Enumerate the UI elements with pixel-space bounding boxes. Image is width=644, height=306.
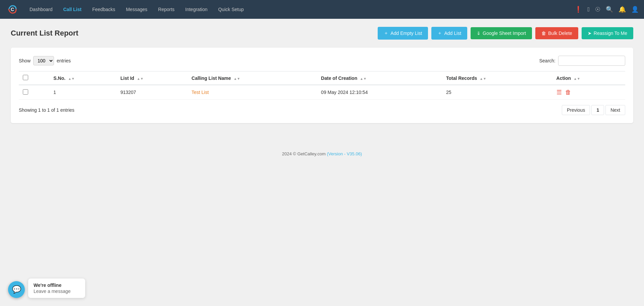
table-footer: Showing 1 to 1 of 1 entries Previous 1 N… <box>19 105 625 115</box>
pagination: Previous 1 Next <box>562 105 625 115</box>
table-row: 1 913207 Test List 09 May 2024 12:10:54 … <box>19 85 625 100</box>
th-sno[interactable]: S.No. ▲▼ <box>49 71 116 85</box>
show-entries: Show 100 10 25 50 entries <box>19 56 71 65</box>
sort-icon-totalrecords: ▲▼ <box>480 77 486 81</box>
th-callinglistname[interactable]: Calling List Name ▲▼ <box>187 71 317 85</box>
action-icons: ☰ 🗑 <box>556 89 621 96</box>
main-content: Current List Report ＋ Add Empty List ＋ A… <box>0 19 644 131</box>
android-icon[interactable]: ❗ <box>575 6 582 13</box>
footer-text: 2024 © GetCalley.com <box>282 151 326 156</box>
version-link[interactable]: (Version - V35.06) <box>327 151 362 156</box>
search-label: Search: <box>539 58 555 63</box>
sort-icon-sno: ▲▼ <box>68 77 75 81</box>
search-icon[interactable]: 🔍 <box>606 6 613 13</box>
list-detail-icon[interactable]: ☰ <box>556 89 562 96</box>
nav-item-reports[interactable]: Reports <box>153 4 179 15</box>
table-wrapper: S.No. ▲▼ List Id ▲▼ Calling List Name ▲▼ <box>19 71 625 100</box>
table-header-row: S.No. ▲▼ List Id ▲▼ Calling List Name ▲▼ <box>19 71 625 85</box>
nav-item-integration[interactable]: Integration <box>180 4 212 15</box>
search-input[interactable] <box>558 56 625 66</box>
sort-icon-callinglistname: ▲▼ <box>233 77 240 81</box>
nav-links: Dashboard Call List Feedbacks Messages R… <box>25 4 572 15</box>
previous-button[interactable]: Previous <box>562 105 590 115</box>
sort-icon-listid: ▲▼ <box>137 77 144 81</box>
nav-item-messages[interactable]: Messages <box>121 4 152 15</box>
page-title: Current List Report <box>11 29 78 38</box>
send-icon: ➤ <box>588 31 592 36</box>
bulk-delete-button[interactable]: 🗑 Bulk Delete <box>535 27 578 39</box>
help-icon[interactable]: ☉ <box>595 6 600 13</box>
action-buttons: ＋ Add Empty List ＋ Add List ⇓ Google She… <box>378 27 633 40</box>
nav-item-quicksetup[interactable]: Quick Setup <box>213 4 248 15</box>
td-listid: 913207 <box>116 85 187 100</box>
td-dateofcreation: 09 May 2024 12:10:54 <box>317 85 442 100</box>
footer: 2024 © GetCalley.com (Version - V35.06) <box>0 145 644 163</box>
download-icon: ⇓ <box>477 31 481 36</box>
logo[interactable]: C <box>5 2 19 16</box>
add-empty-list-button[interactable]: ＋ Add Empty List <box>378 27 428 40</box>
entries-label: entries <box>57 58 71 63</box>
td-callinglistname[interactable]: Test List <box>187 85 317 100</box>
td-action: ☰ 🗑 <box>552 85 625 100</box>
apple-icon[interactable]:  <box>587 6 590 13</box>
th-listid[interactable]: List Id ▲▼ <box>116 71 187 85</box>
select-all-checkbox[interactable] <box>23 75 28 80</box>
td-sno: 1 <box>49 85 116 100</box>
search-box: Search: <box>539 56 625 66</box>
add-list-button[interactable]: ＋ Add List <box>431 27 467 40</box>
reassign-to-me-button[interactable]: ➤ Reassign To Me <box>582 27 633 39</box>
showing-text: Showing 1 to 1 of 1 entries <box>19 107 74 113</box>
plus-icon-2: ＋ <box>437 30 442 36</box>
nav-icons: ❗  ☉ 🔍 🔔 👤 <box>575 6 639 13</box>
page-header: Current List Report ＋ Add Empty List ＋ A… <box>11 27 633 40</box>
trash-icon: 🗑 <box>541 31 546 36</box>
google-sheet-import-button[interactable]: ⇓ Google Sheet Import <box>471 27 532 39</box>
calling-list-name-link[interactable]: Test List <box>192 90 209 95</box>
td-totalrecords: 25 <box>442 85 552 100</box>
svg-text:C: C <box>11 7 14 12</box>
th-action[interactable]: Action ▲▼ <box>552 71 625 85</box>
table-card: Show 100 10 25 50 entries Search: <box>11 48 633 123</box>
th-checkbox <box>19 71 49 85</box>
user-icon[interactable]: 👤 <box>631 6 639 13</box>
row-checkbox[interactable] <box>23 89 28 95</box>
td-checkbox <box>19 85 49 100</box>
nav-item-calllist[interactable]: Call List <box>59 4 86 15</box>
table-controls: Show 100 10 25 50 entries Search: <box>19 56 625 66</box>
next-button[interactable]: Next <box>605 105 625 115</box>
page-1-button[interactable]: 1 <box>591 105 604 115</box>
show-entries-select[interactable]: 100 10 25 50 <box>33 56 54 65</box>
delete-icon[interactable]: 🗑 <box>565 89 571 96</box>
show-label: Show <box>19 58 31 63</box>
nav-item-dashboard[interactable]: Dashboard <box>25 4 57 15</box>
nav-item-feedbacks[interactable]: Feedbacks <box>88 4 120 15</box>
th-dateofcreation[interactable]: Date of Creation ▲▼ <box>317 71 442 85</box>
sort-icon-action: ▲▼ <box>574 77 580 81</box>
th-totalrecords[interactable]: Total Records ▲▼ <box>442 71 552 85</box>
notification-icon[interactable]: 🔔 <box>619 6 626 13</box>
call-list-table: S.No. ▲▼ List Id ▲▼ Calling List Name ▲▼ <box>19 71 625 100</box>
plus-icon: ＋ <box>384 30 388 36</box>
sort-icon-dateofcreation: ▲▼ <box>360 77 367 81</box>
navbar: C Dashboard Call List Feedbacks Messages… <box>0 0 644 19</box>
